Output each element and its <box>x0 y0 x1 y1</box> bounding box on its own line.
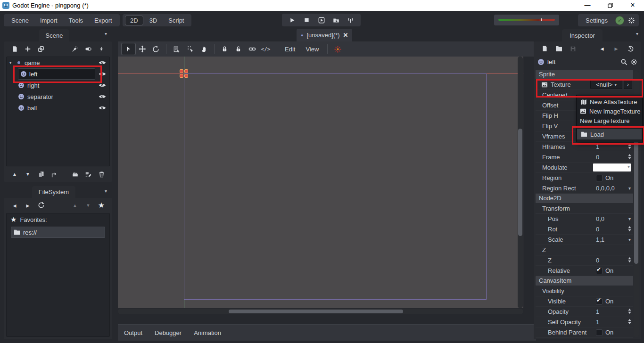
tab-output[interactable]: Output <box>124 329 142 336</box>
tab-filesystem-panel[interactable]: FileSystem <box>32 186 75 198</box>
scene-tree-row[interactable]: ▾game <box>7 57 109 68</box>
close-scene-tab-icon[interactable]: ✕ <box>343 32 348 39</box>
move-mode-icon[interactable] <box>135 43 149 55</box>
menu-item-new-atlastexture[interactable]: New AtlasTexture <box>577 97 642 106</box>
rotate-mode-icon[interactable] <box>149 43 163 55</box>
inspector-property-row[interactable]: Behind ParentOn <box>536 327 633 338</box>
stepper-control[interactable] <box>627 318 632 326</box>
property-checkbox[interactable]: ✔ <box>596 298 603 305</box>
scene-tree-row[interactable]: ball <box>7 102 109 114</box>
new-scene-icon[interactable] <box>8 44 21 54</box>
menu-scene[interactable]: Scene <box>6 17 34 24</box>
settings-button[interactable]: Settings <box>582 17 611 24</box>
inspector-forward-icon[interactable]: ▸ <box>610 43 622 54</box>
inspector-options-gear-icon[interactable] <box>630 58 637 65</box>
delete-node-icon[interactable] <box>95 169 107 180</box>
snap-select-icon[interactable] <box>183 43 197 55</box>
inspector-property-row[interactable]: Region Rect0,0,0,0▾ <box>536 183 633 194</box>
menu-export[interactable]: Export <box>89 17 118 24</box>
toggle-visibility-button[interactable] <box>97 94 107 99</box>
movie-clapper-icon[interactable] <box>69 169 81 180</box>
scene-tree-row[interactable]: separator <box>7 91 109 102</box>
move-node-up-icon[interactable]: ▲ <box>8 169 21 180</box>
expander-icon[interactable]: ▾ <box>9 60 16 65</box>
left-dock-options-icon[interactable]: ▾ <box>105 31 107 36</box>
toggle-visibility-button[interactable] <box>97 71 107 77</box>
tab-scene-panel[interactable]: Scene <box>39 29 69 41</box>
dropdown-arrow-icon[interactable]: ▾ <box>614 82 617 87</box>
viewport-horizontal-scrollbar[interactable] <box>118 309 523 314</box>
edit-resource-chevron[interactable]: › <box>624 80 632 89</box>
node-name-field[interactable]: left <box>18 68 95 80</box>
canvas-viewport[interactable] <box>118 57 523 308</box>
unlock-object-icon[interactable] <box>231 43 245 55</box>
play-custom-scene-icon[interactable] <box>329 15 343 25</box>
texture-value-button[interactable]: <null>▾ <box>590 80 622 89</box>
dropdown-arrow-icon[interactable]: ▾ <box>628 186 631 191</box>
menu-item-new-imagetexture[interactable]: New ImageTexture <box>577 106 642 116</box>
play-icon[interactable] <box>285 15 299 25</box>
move-node-down-icon[interactable]: ▼ <box>22 169 34 180</box>
inspector-property-row[interactable]: Rot0 <box>536 224 633 235</box>
inspector-property-row[interactable]: Z0 <box>536 255 633 266</box>
toggle-visibility-button[interactable] <box>97 82 107 88</box>
update-spinner-icon[interactable] <box>628 17 635 24</box>
inspector-property-row[interactable]: Pos0,0▾ <box>536 214 633 224</box>
tab-script[interactable]: Script <box>164 16 189 25</box>
inspector-property-row[interactable]: Hframes1 <box>536 142 633 152</box>
history-forward-icon[interactable]: ▸ <box>22 200 34 211</box>
close-button[interactable]: × <box>621 0 644 11</box>
inspector-property-row[interactable]: Modulate▾ <box>536 163 633 173</box>
add-node-icon[interactable] <box>22 44 34 54</box>
inspector-property-row[interactable]: Relative✔On <box>536 266 633 276</box>
inspector-property-row[interactable]: Visible✔On <box>536 296 633 307</box>
tab-2d[interactable]: 2D <box>125 16 143 25</box>
scene-tree-row[interactable]: left <box>7 68 109 80</box>
list-select-icon[interactable] <box>170 43 183 55</box>
tab-animation[interactable]: Animation <box>194 329 221 336</box>
inspector-back-icon[interactable]: ◂ <box>596 43 608 54</box>
tab-inspector-panel[interactable]: Inspector <box>562 29 603 41</box>
duplicate-node-icon[interactable] <box>35 169 47 180</box>
deploy-remote-debug-icon[interactable] <box>343 15 358 25</box>
tab-3d[interactable]: 3D <box>145 16 162 25</box>
dropdown-arrow-icon[interactable]: ▾ <box>628 237 631 242</box>
instance-scene-icon[interactable] <box>35 44 47 54</box>
load-resource-icon[interactable] <box>553 43 565 54</box>
multi-edit-icon[interactable] <box>82 169 94 180</box>
property-checkbox[interactable]: ✔ <box>596 268 603 274</box>
code-icon[interactable]: </> <box>259 43 272 55</box>
viewport-vertical-scrollbar[interactable] <box>518 57 523 308</box>
menu-import[interactable]: Import <box>34 17 63 24</box>
inspector-property-row[interactable]: Frame0 <box>536 152 633 163</box>
fs-move-down-icon[interactable]: ▼ <box>82 200 94 211</box>
tab-debugger[interactable]: Debugger <box>155 329 182 336</box>
stepper-control[interactable] <box>627 154 632 161</box>
new-resource-icon[interactable] <box>538 43 551 54</box>
property-checkbox[interactable] <box>596 329 603 336</box>
stepper-control[interactable] <box>627 226 632 233</box>
inspector-group[interactable]: Z <box>536 245 633 255</box>
lock-object-icon[interactable] <box>218 43 231 55</box>
favorite-toggle-icon[interactable]: ★ <box>95 200 107 211</box>
smart-snap-icon[interactable] <box>331 43 345 55</box>
stop-icon[interactable] <box>299 15 314 25</box>
history-back-icon[interactable]: ◂ <box>8 200 21 211</box>
rescan-filesystem-icon[interactable] <box>35 200 47 211</box>
fs-move-up-icon[interactable]: ▲ <box>69 200 81 211</box>
viewport-vscroll-thumb[interactable] <box>518 129 522 236</box>
property-checkbox[interactable] <box>596 175 603 181</box>
inspector-property-row[interactable]: RegionOn <box>536 173 633 183</box>
save-resource-icon[interactable] <box>567 43 579 54</box>
menu-item-new-largetexture[interactable]: New LargeTexture <box>577 116 642 125</box>
reparent-node-icon[interactable] <box>48 169 60 180</box>
menu-tools[interactable]: Tools <box>63 17 89 24</box>
inspector-property-row[interactable]: Self Opacity1 <box>536 317 633 327</box>
select-mode-icon[interactable] <box>122 43 135 55</box>
menu-item-load[interactable]: Load <box>577 129 642 139</box>
attach-script-icon[interactable] <box>95 44 107 54</box>
dropdown-arrow-icon[interactable]: ▾ <box>628 216 631 221</box>
search-property-icon[interactable] <box>620 58 627 65</box>
viewport-menu-view[interactable]: View <box>300 46 324 53</box>
play-scene-icon[interactable] <box>314 15 329 25</box>
